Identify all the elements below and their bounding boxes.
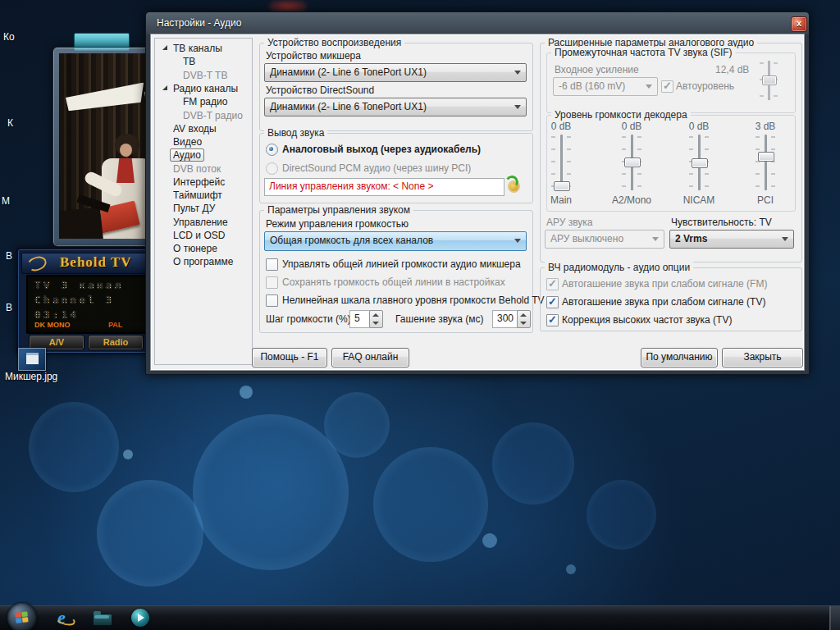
sidebar-item-dvbt-radio: DVB-T радио [183, 109, 243, 122]
sidebar-item-label: DVB-T ТВ [183, 70, 227, 81]
autolevel-label: Автоуровень [676, 80, 734, 92]
faq-button[interactable]: FAQ онлайн [331, 348, 409, 368]
sidebar-item-interface[interactable]: Интерфейс [173, 176, 225, 189]
sidebar-item-label: Пульт ДУ [173, 203, 215, 214]
bokeh-circle [97, 480, 203, 587]
spin-down-icon[interactable] [520, 322, 527, 325]
master-line-label: Управлять общей линией громкости аудио м… [282, 258, 521, 270]
sidebar-item-audio-selected[interactable]: Аудио [173, 148, 204, 162]
start-button[interactable] [7, 603, 37, 630]
sensitivity-combobox[interactable]: 2 Vrms [669, 230, 794, 249]
spin-up-icon[interactable] [372, 313, 379, 317]
bokeh-circle [492, 422, 574, 504]
ie-icon[interactable]: e [54, 607, 75, 628]
desktop-icon-label-partial: В [6, 250, 12, 262]
sidebar-item-radio-channels[interactable]: Радио каналы [173, 82, 238, 95]
sidebar-item-label: FM радио [183, 96, 227, 107]
decoder-group-title: Уровень громкости декодера [551, 109, 691, 121]
explorer-icon[interactable] [93, 611, 112, 625]
volume-step-value: 5 [354, 313, 360, 324]
refresh-gear-icon[interactable] [504, 176, 522, 194]
slider-thumb[interactable] [758, 152, 774, 162]
sidebar-item-av-inputs[interactable]: AV входы [173, 122, 217, 135]
sidebar-item-remote[interactable]: Пульт ДУ [173, 202, 215, 215]
tree-expander-icon[interactable] [162, 85, 167, 90]
playback-group-title: Устройство воспроизведения [264, 37, 404, 48]
input-gain-value: -6 dB (160 mV) [559, 80, 625, 92]
agc-value: АРУ выключено [550, 233, 623, 244]
sidebar-item-label: О программе [173, 256, 233, 267]
mute-time-spinner[interactable] [517, 310, 531, 328]
help-button[interactable]: Помощь - F1 [252, 348, 327, 368]
lcd-status-mid: PAL [108, 321, 122, 329]
directsound-device-value: Динамики (2- Line 6 TonePort UX1) [270, 101, 427, 112]
sidebar-item-about-tuner[interactable]: О тюнере [173, 242, 217, 255]
close-dialog-button[interactable]: Закрыть [722, 348, 803, 368]
show-desktop-button[interactable] [829, 606, 840, 630]
directsound-device-label: Устройство DirectSound [266, 84, 374, 96]
behold-widget-title: Behold TV [60, 254, 132, 271]
save-volume-checkbox [266, 276, 278, 289]
agc-label: АРУ звука [546, 217, 593, 228]
decoder-slider-pci[interactable] [756, 135, 775, 192]
volume-step-spinner[interactable] [369, 310, 383, 328]
pcm-output-radio [266, 162, 278, 175]
sidebar-item-timeshift[interactable]: Таймшифт [173, 189, 222, 202]
sidebar-item-label: Таймшифт [173, 189, 222, 201]
decoder-slider-nicam[interactable] [689, 135, 709, 192]
behold-logo-icon [25, 254, 48, 274]
master-line-checkbox[interactable] [266, 258, 278, 271]
tree-expander-icon[interactable] [162, 45, 167, 50]
decoder-slider-a2mono[interactable] [622, 135, 641, 192]
defaults-button-label: По умолчанию [646, 351, 712, 363]
sidebar-item-tv-channels[interactable]: ТВ каналы [173, 42, 222, 55]
decoder-name-label: NICAM [670, 194, 728, 206]
slider-ticks [756, 136, 760, 190]
decoder-name-label: PCI [737, 194, 794, 206]
flag-pane [15, 612, 21, 618]
sound-output-group-title: Вывод звука [264, 127, 327, 139]
taskbar: e Микшер.jpg - Paint.... Behold TV - Cha… [0, 605, 840, 630]
help-button-label: Помощь - F1 [260, 351, 318, 363]
slider-thumb[interactable] [554, 181, 570, 191]
input-gain-combobox: -6 dB (160 mV) [553, 77, 658, 96]
spin-up-icon[interactable] [520, 313, 527, 317]
sidebar-item-tv[interactable]: ТВ [183, 55, 195, 68]
sidebar-item-control[interactable]: Управление [173, 216, 228, 229]
radio-button[interactable]: Radio [88, 335, 144, 350]
bokeh-circle [29, 402, 119, 492]
thumbnail-window-glyph [26, 353, 39, 364]
mixer-jpg-desktop-icon[interactable]: Микшер.jpg [0, 345, 82, 387]
automute-tv-checkbox[interactable] [546, 296, 559, 308]
hf-correction-checkbox[interactable] [546, 314, 559, 326]
sif-group-title: Промежуточная частота TV звука (SIF) [551, 47, 736, 58]
desktop-icon-label-partial: М [2, 195, 10, 207]
sidebar-item-about-program[interactable]: О программе [173, 255, 233, 268]
analog-output-radio[interactable] [266, 144, 278, 156]
volume-control-group-title: Параметры управления звуком [264, 204, 413, 216]
media-player-icon[interactable] [131, 609, 149, 627]
decoder-db-label: 0 dB [603, 121, 660, 132]
person-red-top [116, 158, 135, 183]
directsound-device-combobox[interactable]: Динамики (2- Line 6 TonePort UX1) [264, 98, 527, 116]
automute-tv-label: Автогашение звука при слабом сигнале (TV… [562, 296, 765, 308]
faq-button-label: FAQ онлайн [343, 351, 399, 363]
defaults-button[interactable]: По умолчанию [641, 348, 718, 368]
sidebar-item-lcd-osd[interactable]: LCD и OSD [173, 229, 225, 242]
volume-mode-combobox[interactable]: Общая громкость для всех каналов [264, 231, 527, 251]
sidebar-item-label: LCD и OSD [173, 230, 225, 241]
mute-time-label: Гашение звука (мс) [395, 313, 484, 325]
sidebar-item-dvbt-tv: DVB-T ТВ [183, 69, 227, 82]
spin-down-icon[interactable] [372, 322, 379, 325]
nonlinear-scale-checkbox[interactable] [266, 294, 278, 307]
close-button[interactable]: x [791, 16, 807, 32]
sidebar-item-fm-radio[interactable]: FM радио [183, 95, 227, 108]
sidebar-item-video[interactable]: Видео [173, 135, 202, 148]
mixer-device-combobox[interactable]: Динамики (2- Line 6 TonePort UX1) [264, 63, 527, 82]
sidebar-item-label: Видео [173, 136, 202, 148]
slider-track [765, 135, 767, 190]
slider-thumb[interactable] [624, 158, 641, 167]
slider-thumb[interactable] [692, 158, 708, 168]
decoder-slider-main[interactable] [551, 135, 571, 192]
sif-level-value: 12,4 dB [715, 64, 749, 75]
